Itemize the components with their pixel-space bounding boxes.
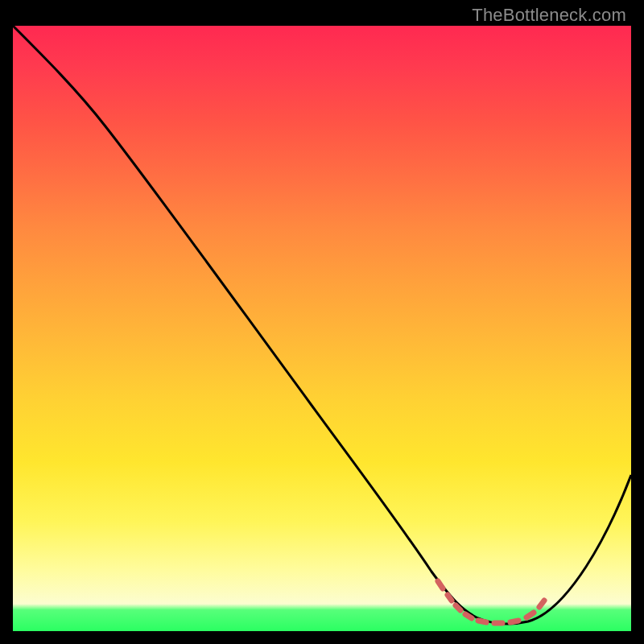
svg-line-2 (456, 605, 460, 610)
chart-frame: TheBottleneck.com (13, 3, 631, 641)
svg-line-7 (526, 613, 534, 617)
svg-line-4 (478, 621, 486, 622)
watermark-text: TheBottleneck.com (472, 5, 626, 26)
svg-line-6 (510, 621, 518, 622)
bottleneck-curve (13, 26, 631, 624)
svg-line-3 (465, 614, 472, 618)
optimum-marker (438, 581, 544, 623)
plot-area (13, 26, 631, 631)
curve-layer (13, 26, 631, 631)
svg-line-1 (448, 595, 452, 601)
svg-line-0 (438, 581, 443, 588)
svg-line-8 (539, 601, 544, 607)
